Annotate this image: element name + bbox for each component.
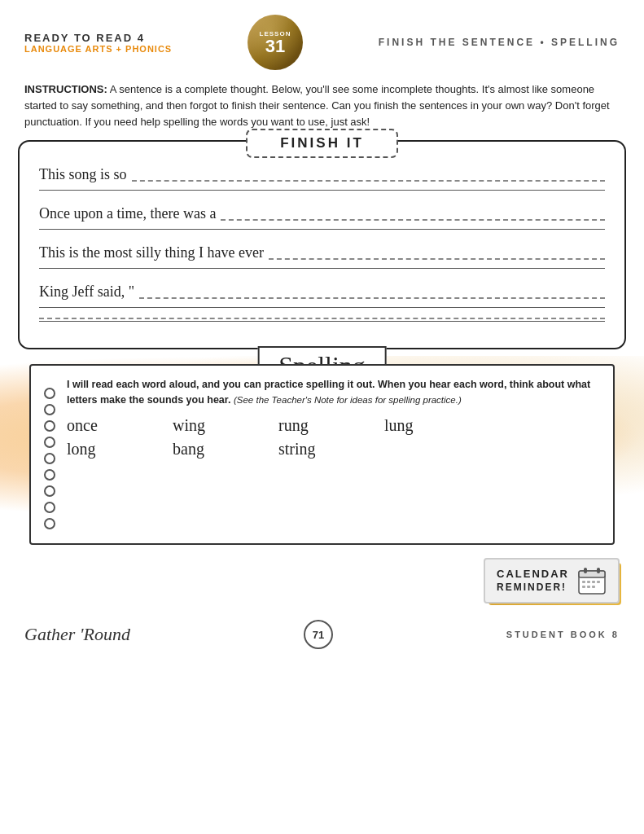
sentence-2-text: Once upon a time, there was a xyxy=(39,205,216,226)
spelling-row-1: once wing rung lung xyxy=(67,416,600,435)
circles-column xyxy=(44,377,55,532)
extra-lines xyxy=(39,318,605,322)
spelling-instructions: I will read each word aloud, and you can… xyxy=(67,377,600,408)
spelling-card: I will read each word aloud, and you can… xyxy=(29,364,615,545)
calendar-line2: REMINDER! xyxy=(497,582,569,595)
sentence-4-row: King Jeff said, " xyxy=(39,283,605,304)
page-footer: Gather 'Round 71 STUDENT BOOK 8 xyxy=(0,612,644,662)
header-left: READY TO READ 4 LANGUAGE ARTS + PHONICS xyxy=(24,32,172,54)
sentence-1-write-line xyxy=(39,190,605,191)
page-section-title: FINISH THE SENTENCE • SPELLING xyxy=(379,37,620,48)
spelling-word-once: once xyxy=(67,416,173,435)
svg-rect-10 xyxy=(592,586,595,588)
spelling-word-rung: rung xyxy=(278,416,384,435)
lesson-number: 31 xyxy=(265,37,285,55)
svg-rect-2 xyxy=(584,568,587,573)
spelling-word-wing: wing xyxy=(173,416,278,435)
svg-rect-3 xyxy=(597,568,600,573)
sentence-3-dash xyxy=(269,258,605,260)
sentence-2-write-line xyxy=(39,229,605,230)
circle-9 xyxy=(44,518,55,529)
sentence-1-row: This song is so xyxy=(39,166,605,187)
spelling-word-string: string xyxy=(278,440,384,459)
instructions-label: INSTRUCTIONS: xyxy=(24,83,107,95)
sentence-4-text: King Jeff said, " xyxy=(39,283,134,304)
sentence-3-block: This is the most silly thing I have ever xyxy=(39,244,605,269)
series-title: READY TO READ 4 xyxy=(24,32,172,44)
svg-rect-1 xyxy=(579,571,605,577)
calendar-text: CALENDAR REMINDER! xyxy=(497,568,569,594)
extra-dash-line xyxy=(39,318,605,319)
page-number: 71 xyxy=(304,620,333,649)
circle-3 xyxy=(44,420,55,432)
page-header: READY TO READ 4 LANGUAGE ARTS + PHONICS … xyxy=(0,0,644,75)
circle-8 xyxy=(44,502,55,513)
circle-5 xyxy=(44,453,55,464)
spelling-word-bang: bang xyxy=(173,440,278,459)
finish-it-title: FINISH IT xyxy=(246,129,398,158)
spelling-note: (See the Teacher's Note for ideas for sp… xyxy=(234,395,462,405)
sentence-1-dash xyxy=(132,180,605,182)
circle-7 xyxy=(44,485,55,497)
extra-write-line xyxy=(39,321,605,322)
svg-rect-8 xyxy=(582,586,585,588)
sentence-1-text: This song is so xyxy=(39,166,127,187)
sentence-3-write-line xyxy=(39,268,605,269)
circle-4 xyxy=(44,437,55,448)
finish-it-title-wrapper: FINISH IT xyxy=(39,129,605,158)
calendar-icon xyxy=(577,566,607,595)
spelling-words: once wing rung lung long bang string xyxy=(67,416,600,459)
sentence-2-dash xyxy=(221,219,605,221)
sentence-3-row: This is the most silly thing I have ever xyxy=(39,244,605,265)
sentence-4-dash xyxy=(139,297,605,299)
calendar-reminder-section: CALENDAR REMINDER! xyxy=(0,545,644,612)
svg-rect-6 xyxy=(592,581,595,583)
svg-rect-5 xyxy=(587,581,590,583)
sentence-4-block: King Jeff said, " xyxy=(39,283,605,308)
svg-rect-9 xyxy=(587,586,590,588)
series-subtitle: LANGUAGE ARTS + PHONICS xyxy=(24,44,172,54)
sentence-2-row: Once upon a time, there was a xyxy=(39,205,605,226)
spelling-word-lung: lung xyxy=(384,416,490,435)
svg-rect-4 xyxy=(582,581,585,583)
lesson-badge: LESSON 31 xyxy=(248,15,303,70)
spelling-section: Spelling FUN I will read each word aloud… xyxy=(0,364,644,545)
circle-1 xyxy=(44,388,55,399)
finish-it-box: FINISH IT This song is so Once upon a ti… xyxy=(18,140,626,349)
spelling-row-2: long bang string xyxy=(67,440,600,459)
svg-rect-7 xyxy=(597,581,600,583)
calendar-box: CALENDAR REMINDER! xyxy=(484,558,620,604)
calendar-line1: CALENDAR xyxy=(497,568,569,582)
spelling-content: I will read each word aloud, and you can… xyxy=(67,377,600,532)
sentence-1-block: This song is so xyxy=(39,166,605,191)
book-label: STUDENT BOOK 8 xyxy=(506,630,620,639)
sentence-4-write-line-1 xyxy=(39,307,605,308)
brand-name: Gather 'Round xyxy=(24,624,130,645)
instructions-text: A sentence is a complete thought. Below,… xyxy=(24,83,610,128)
sentence-3-text: This is the most silly thing I have ever xyxy=(39,244,264,265)
sentence-2-block: Once upon a time, there was a xyxy=(39,205,605,230)
circle-2 xyxy=(44,404,55,415)
circle-6 xyxy=(44,469,55,481)
spelling-word-long: long xyxy=(67,440,173,459)
